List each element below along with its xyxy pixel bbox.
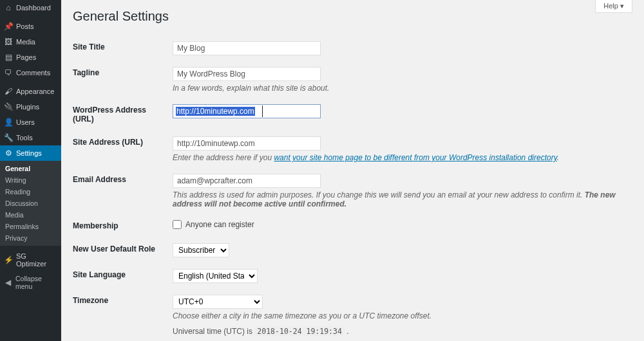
sidebar-item-users[interactable]: 👤Users — [0, 115, 61, 130]
sidebar-item-tools[interactable]: 🔧Tools — [0, 130, 61, 145]
sidebar-item-label: Tools — [16, 134, 33, 142]
submenu-item-writing[interactable]: Writing — [0, 174, 61, 186]
tagline-description: In a few words, explain what this site i… — [173, 84, 632, 93]
timezone-label: Timezone — [73, 289, 173, 341]
submenu-item-reading[interactable]: Reading — [0, 186, 61, 198]
sidebar-item-label: Media — [16, 38, 35, 46]
users-icon: 👤 — [4, 118, 13, 127]
help-tab[interactable]: Help ▾ — [595, 0, 632, 13]
collapse-icon: ◀ — [4, 278, 12, 287]
chevron-down-icon: ▾ — [620, 2, 624, 10]
email-input[interactable] — [173, 174, 321, 188]
wp-url-input[interactable]: http://10minutewp.com — [173, 104, 321, 118]
utc-timestamp: 2018-10-24 19:19:34 — [254, 326, 345, 336]
wp-url-label: WordPress Address (URL) — [73, 98, 173, 131]
comments-icon: 🗨 — [4, 68, 13, 77]
sidebar-item-label: Posts — [16, 23, 34, 30]
sidebar-item-label: Settings — [16, 149, 42, 157]
site-url-input[interactable] — [173, 136, 321, 151]
membership-label: Membership — [73, 214, 173, 237]
submenu-item-media[interactable]: Media — [0, 209, 61, 221]
plugins-icon: 🔌 — [4, 102, 13, 111]
help-label: Help — [603, 2, 618, 10]
settings-submenu: General Writing Reading Discussion Media… — [0, 161, 61, 246]
tagline-label: Tagline — [73, 61, 173, 98]
timezone-select[interactable]: UTC+0 — [173, 295, 263, 309]
dashboard-icon: ⌂ — [4, 3, 13, 12]
sidebar-item-sg-optimizer[interactable]: ⚡SG Optimizer — [0, 249, 61, 271]
sidebar-item-label: SG Optimizer — [16, 252, 57, 268]
sidebar-item-appearance[interactable]: 🖌Appearance — [0, 84, 61, 99]
site-url-help-link[interactable]: want your site home page to be different… — [274, 153, 556, 162]
timezone-description: Choose either a city in the same timezon… — [173, 311, 632, 320]
media-icon: 🖾 — [4, 37, 13, 46]
utc-time: Universal time (UTC) is 2018-10-24 19:19… — [173, 327, 632, 336]
sidebar-item-settings[interactable]: ⚙Settings — [0, 145, 61, 161]
sidebar-item-plugins[interactable]: 🔌Plugins — [0, 99, 61, 115]
tagline-input[interactable] — [173, 67, 321, 81]
sg-icon: ⚡ — [4, 255, 13, 264]
membership-checkbox-label: Anyone can register — [185, 220, 254, 229]
sidebar-item-label: Appearance — [16, 88, 54, 95]
text-cursor — [262, 106, 263, 117]
membership-checkbox[interactable] — [173, 220, 182, 229]
sidebar-item-label: Pages — [16, 53, 36, 61]
submenu-item-permalinks[interactable]: Permalinks — [0, 221, 61, 232]
email-label: Email Address — [73, 168, 173, 214]
settings-form: Site Title Tagline In a few words, expla… — [73, 35, 632, 341]
email-description: This address is used for admin purposes.… — [173, 190, 632, 208]
sidebar-item-label: Dashboard — [16, 4, 51, 12]
main-content: Help ▾ General Settings Site Title Tagli… — [61, 0, 644, 341]
submenu-item-general[interactable]: General — [0, 163, 61, 174]
posts-icon: 📌 — [4, 22, 13, 31]
sidebar-item-posts[interactable]: 📌Posts — [0, 19, 61, 34]
collapse-label: Collapse menu — [15, 275, 57, 290]
submenu-item-privacy[interactable]: Privacy — [0, 232, 61, 244]
site-url-label: Site Address (URL) — [73, 131, 173, 168]
pages-icon: ▤ — [4, 53, 13, 62]
default-role-label: New User Default Role — [73, 237, 173, 263]
sidebar-item-pages[interactable]: ▤Pages — [0, 50, 61, 65]
sidebar-item-label: Users — [16, 118, 35, 126]
default-role-select[interactable]: Subscriber — [173, 243, 229, 257]
language-select[interactable]: English (United States) — [173, 269, 258, 283]
tools-icon: 🔧 — [4, 133, 13, 142]
wp-url-selected-text: http://10minutewp.com — [176, 107, 255, 116]
sidebar-item-media[interactable]: 🖾Media — [0, 34, 61, 50]
admin-sidebar: ⌂Dashboard 📌Posts 🖾Media ▤Pages 🗨Comment… — [0, 0, 61, 341]
page-title: General Settings — [73, 0, 632, 35]
language-label: Site Language — [73, 263, 173, 289]
site-url-description: Enter the address here if you want your … — [173, 153, 632, 162]
site-title-label: Site Title — [73, 35, 173, 61]
sidebar-item-dashboard[interactable]: ⌂Dashboard — [0, 0, 61, 15]
submenu-item-discussion[interactable]: Discussion — [0, 198, 61, 209]
sidebar-item-label: Comments — [16, 69, 50, 77]
collapse-menu[interactable]: ◀Collapse menu — [0, 271, 61, 294]
membership-checkbox-row[interactable]: Anyone can register — [173, 220, 632, 229]
appearance-icon: 🖌 — [4, 87, 13, 96]
site-title-input[interactable] — [173, 41, 321, 55]
settings-icon: ⚙ — [4, 149, 13, 158]
sidebar-item-comments[interactable]: 🗨Comments — [0, 65, 61, 80]
sidebar-item-label: Plugins — [16, 103, 39, 111]
